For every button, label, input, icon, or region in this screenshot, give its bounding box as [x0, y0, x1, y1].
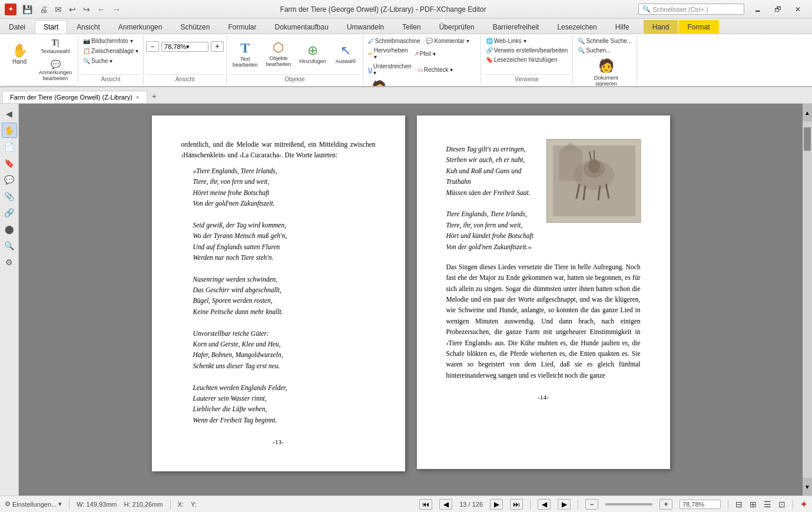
schnelle-suche-button[interactable]: 🔍 Schnelle Suche...: [575, 37, 634, 45]
tab-start[interactable]: Start: [35, 20, 67, 34]
tab-dokumentaufbau[interactable]: Dokumentaufbau: [266, 20, 337, 34]
tab-schutzen[interactable]: Schützen: [171, 20, 218, 34]
sidebar-hand-button[interactable]: ✋: [2, 123, 17, 138]
web-links-icon: 🌐: [486, 38, 493, 44]
zwischenablage-label: Zwischenablage ▾: [91, 48, 138, 54]
tab-umwandeln[interactable]: Umwandeln: [338, 20, 393, 34]
sidebar-attachment-button[interactable]: 📎: [2, 189, 17, 204]
view-fit-icon[interactable]: ⊡: [778, 500, 786, 509]
dokument-signieren-button[interactable]: 🧑 Dokumentsignieren: [591, 55, 622, 87]
first-page-button[interactable]: ⏮: [419, 499, 432, 510]
status-zoom-in-button[interactable]: +: [659, 499, 672, 510]
doc-tab-close-icon[interactable]: ×: [136, 94, 140, 101]
tab-ansicht[interactable]: Ansicht: [68, 20, 108, 34]
lesezeichen-hinzufugen-button[interactable]: 🔖 Lesezeichen hinzufügen: [483, 55, 571, 64]
minimize-button[interactable]: 🗕: [748, 2, 767, 16]
schreibmaschine-button[interactable]: 🖊 Schreibmaschine: [366, 37, 423, 45]
view-double-icon[interactable]: ⊞: [750, 500, 757, 509]
kommentar-button[interactable]: 💬 Kommentar ▾: [423, 37, 471, 45]
save-button[interactable]: 💾: [20, 4, 35, 15]
sidebar-collapse-button[interactable]: ◀: [2, 106, 17, 121]
zoom-level-display[interactable]: 78,78% ▾: [161, 42, 208, 52]
next-page-button[interactable]: ▶: [490, 499, 503, 510]
tab-datei[interactable]: Datei: [0, 20, 34, 34]
settings-button[interactable]: ⚙ Einstellungen... ▾: [5, 500, 62, 508]
sidebar-link-button[interactable]: 🔗: [2, 205, 17, 220]
scroll-up-button[interactable]: ▲: [803, 104, 812, 121]
tab-format[interactable]: Format: [678, 20, 718, 34]
scroll-thumb[interactable]: [804, 127, 811, 151]
group-anmerkungen: 🖊 Schreibmaschine 💬 Kommentar ▾ ✏ Hervor…: [363, 35, 481, 85]
zoom-in-button[interactable]: +: [211, 41, 224, 52]
settings-icon: ⚙: [5, 500, 11, 508]
restore-button[interactable]: 🗗: [768, 2, 787, 16]
pfeil-button[interactable]: ↗ Pfeil ▾: [412, 46, 443, 61]
view-continuous-icon[interactable]: ☰: [764, 500, 771, 509]
scroll-down-button[interactable]: ▼: [803, 478, 812, 496]
zwischenablage-button[interactable]: 📋 Zwischenablage ▾: [81, 47, 141, 55]
back-nav-button[interactable]: ◀: [538, 499, 551, 510]
tab-formular[interactable]: Formular: [219, 20, 265, 34]
hinzufugen-button[interactable]: ⊕ Hinzufügen: [296, 37, 330, 72]
tab-barrierefreiheit[interactable]: Barrierefreiheit: [484, 20, 548, 34]
page14-image: [546, 139, 641, 223]
sidebar-layer-button[interactable]: ⬤: [2, 222, 17, 237]
sidebar-comment-button[interactable]: 💬: [2, 172, 17, 187]
objekte-bearbeiten-button[interactable]: ⬡ Objektebearbeiten: [263, 37, 295, 72]
hand-tool-button[interactable]: ✋ Hand: [5, 37, 34, 72]
tab-teilen[interactable]: Teilen: [393, 20, 429, 34]
tab-lesezeichen[interactable]: Lesezeichen: [548, 20, 605, 34]
status-zoom-display[interactable]: 78,78%: [680, 500, 721, 509]
back-button[interactable]: ←: [95, 4, 108, 15]
tab-anmerkungen[interactable]: Anmerkungen: [110, 20, 171, 34]
pdf-canvas[interactable]: ordentlich, und die Melodie war mitreiße…: [19, 104, 803, 496]
suche-button[interactable]: 🔍 Suche ▾: [81, 57, 141, 65]
status-bar: ⚙ Einstellungen... ▾ W: 149,93mm H: 210,…: [0, 496, 812, 512]
last-page-button[interactable]: ⏭: [510, 499, 523, 510]
pfeil-label: Pfeil ▾: [420, 51, 436, 57]
textauswahl-button[interactable]: T| Textauswahl: [35, 37, 75, 57]
new-tab-button[interactable]: +: [147, 89, 161, 103]
email-button[interactable]: ✉: [52, 4, 64, 15]
print-button[interactable]: 🖨: [37, 4, 50, 15]
verweis-erstellen-button[interactable]: 🔗 Verweis erstellen/bearbeiten: [483, 46, 571, 55]
anmerkungen-bearbeiten-button[interactable]: 💬 Anmerkungenbearbeiten: [35, 58, 75, 84]
sidebar-settings-button[interactable]: ⚙: [2, 255, 17, 270]
suchen-button[interactable]: 🔍 Suchen...: [575, 46, 634, 55]
bildschirmfoto-button[interactable]: 📷 Bildschirmfoto ▾: [81, 37, 141, 45]
hervorheben-button[interactable]: ✏ Hervorheben ▾: [366, 46, 410, 61]
sidebar-bookmark-button[interactable]: 🔖: [2, 156, 17, 171]
stempel-button[interactable]: 🧑 Stempel: [366, 77, 392, 87]
tab-hand[interactable]: Hand: [644, 20, 678, 34]
group-zoom: − 78,78% ▾ + Ansicht: [144, 35, 227, 85]
close-button[interactable]: ✕: [788, 2, 807, 16]
sep4: [578, 500, 578, 509]
undo-button[interactable]: ↩: [67, 4, 78, 15]
rechteck-button[interactable]: ▭ Rechteck ▾: [415, 62, 460, 77]
pdf-page-14: Diesen Tag gilt's zu erringen, Sterben w…: [417, 115, 670, 469]
tab-hilfe[interactable]: Hilfe: [606, 20, 638, 34]
suche-icon: 🔍: [83, 58, 90, 64]
zoom-out-button[interactable]: −: [146, 41, 159, 52]
quick-start-search[interactable]: 🔍 Schnellstart (Ctrl+.): [638, 4, 744, 15]
unterstreichen-button[interactable]: U̲ Unterstreichen ▾: [366, 62, 414, 77]
prev-page-button[interactable]: ◀: [439, 499, 452, 510]
redo-button[interactable]: ↪: [81, 4, 92, 15]
view-single-icon[interactable]: ⊟: [735, 500, 743, 509]
auswahl-button[interactable]: ↖ Auswahl: [331, 37, 360, 72]
web-links-button[interactable]: 🌐 Web-Links ▾: [483, 37, 571, 45]
vertical-scrollbar[interactable]: ▲ ▼: [803, 104, 812, 496]
doc-tab-label: Farm der Tiere (George Orwell) (Z-Librar…: [10, 94, 132, 101]
status-zoom-out-button[interactable]: −: [585, 499, 598, 510]
forward-button[interactable]: →: [110, 4, 123, 15]
text-bearbeiten-button[interactable]: T Textbearbeiten: [229, 37, 261, 72]
sidebar-page-button[interactable]: 📄: [2, 139, 17, 154]
tab-uberpruten[interactable]: Überprüfen: [430, 20, 483, 34]
sep5: [728, 500, 728, 509]
kommentar-label: Kommentar ▾: [434, 38, 469, 44]
doc-tab-farm[interactable]: Farm der Tiere (George Orwell) (Z-Librar…: [2, 91, 147, 103]
forward-nav-button[interactable]: ▶: [558, 499, 571, 510]
textauswahl-icon: T|: [52, 39, 59, 47]
sidebar-search-button[interactable]: 🔍: [2, 238, 17, 253]
zoom-slider[interactable]: [605, 503, 652, 506]
